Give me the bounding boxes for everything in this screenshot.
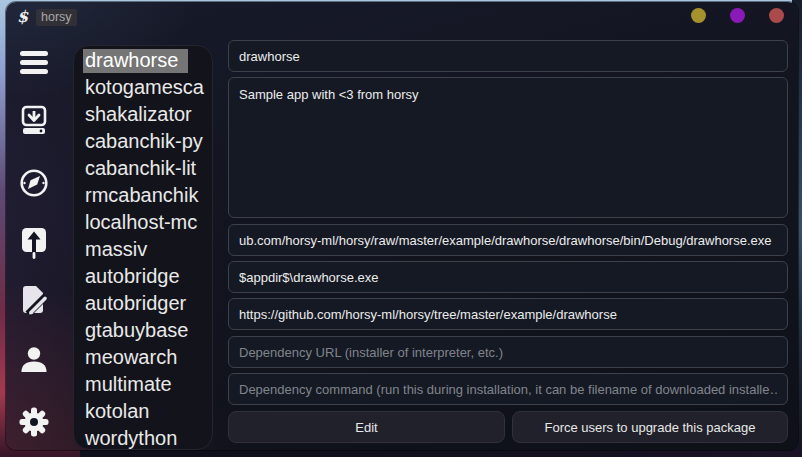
install-package-icon: [20, 105, 48, 136]
profile-person-icon: [19, 345, 49, 375]
package-list-item[interactable]: shakalizator: [74, 101, 212, 128]
package-list-item[interactable]: cabanchik-py: [74, 128, 212, 155]
package-list-item-label: meowarch: [83, 346, 187, 370]
sidebar-edit-doc-button[interactable]: [18, 285, 50, 317]
dependency-command-input[interactable]: [228, 373, 788, 405]
package-list-item-label: kotolan: [83, 400, 160, 424]
desktop: { "window": { "title": "horsy", "logo_gl…: [0, 0, 802, 457]
package-list-item[interactable]: drawhorse: [74, 47, 212, 74]
publish-upload-icon: [20, 227, 48, 260]
package-repo-url-input[interactable]: [228, 298, 788, 330]
sidebar-profile-button[interactable]: [18, 345, 50, 375]
package-list-item[interactable]: kotogamesca: [74, 74, 212, 101]
sidebar-settings-button[interactable]: [18, 406, 50, 438]
settings-gear-icon: [18, 406, 50, 438]
horsy-app-window: $ horsy: [6, 2, 798, 450]
package-list-item-label: kotogamesca: [83, 76, 212, 100]
edit-document-icon: [19, 285, 49, 317]
package-list-item-label: cabanchik-lit: [83, 157, 206, 181]
form-actions: Edit Force users to upgrade this package: [228, 411, 788, 443]
minimize-button[interactable]: [691, 8, 706, 23]
package-description-input[interactable]: Sample app with <3 from horsy: [228, 77, 788, 218]
sidebar-menu-button[interactable]: [18, 49, 50, 75]
menu-icon: [19, 49, 49, 75]
package-list-item-label: massiv: [83, 238, 157, 262]
package-list-item-label: autobridger: [83, 292, 196, 316]
package-list-item-label: multimate: [83, 373, 182, 397]
package-list: drawhorsekotogamescashakalizatorcabanchi…: [73, 45, 213, 450]
package-list-item[interactable]: autobridge: [74, 263, 212, 290]
package-list-item-label: cabanchik-py: [83, 130, 212, 154]
package-list-item-label: rmcabanchik: [83, 184, 208, 208]
horsy-logo-icon: $: [17, 7, 28, 26]
edit-button[interactable]: Edit: [228, 411, 505, 443]
package-run-command-input[interactable]: [228, 261, 788, 293]
dependency-url-input[interactable]: [228, 336, 788, 368]
window-title: horsy: [36, 9, 77, 26]
maximize-button[interactable]: [730, 8, 745, 23]
package-list-item[interactable]: meowarch: [74, 344, 212, 371]
force-upgrade-button[interactable]: Force users to upgrade this package: [512, 411, 788, 443]
package-list-item[interactable]: cabanchik-lit: [74, 155, 212, 182]
package-list-item[interactable]: gtabuybase: [74, 317, 212, 344]
discover-compass-icon: [19, 168, 49, 198]
package-list-item-label: drawhorse: [83, 49, 188, 73]
package-list-item[interactable]: rmcabanchik: [74, 182, 212, 209]
package-list-item[interactable]: massiv: [74, 236, 212, 263]
package-binary-url-input[interactable]: [228, 224, 788, 256]
package-list-item[interactable]: kotolan: [74, 398, 212, 425]
sidebar-install-button[interactable]: [18, 105, 50, 136]
package-name-input[interactable]: [228, 40, 788, 72]
package-list-item-label: wordython: [83, 427, 187, 450]
package-list-item[interactable]: localhost-mc: [74, 209, 212, 236]
package-list-item[interactable]: autobridger: [74, 290, 212, 317]
sidebar-publish-button[interactable]: [18, 227, 50, 260]
package-list-item-label: gtabuybase: [83, 319, 198, 343]
package-list-item-label: shakalizator: [83, 103, 202, 127]
package-list-item-label: localhost-mc: [83, 211, 207, 235]
desktop-edge-bottom: [80, 449, 802, 457]
close-button[interactable]: [769, 8, 784, 23]
package-list-item[interactable]: multimate: [74, 371, 212, 398]
package-list-item[interactable]: wordython: [74, 425, 212, 450]
package-list-item-label: autobridge: [83, 265, 190, 289]
sidebar-discover-button[interactable]: [18, 168, 50, 198]
